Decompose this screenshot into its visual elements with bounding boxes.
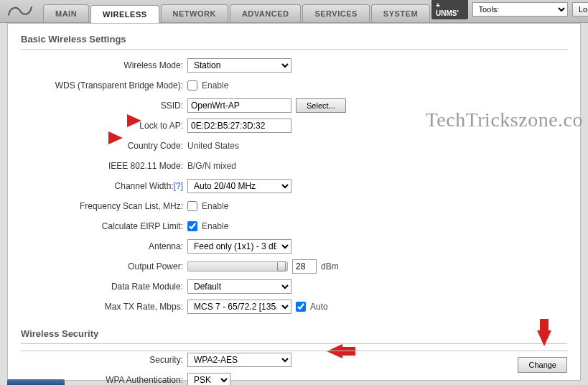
tab-services[interactable]: SERVICES	[302, 4, 369, 22]
label-output-power: Output Power:	[21, 261, 187, 272]
lock-ap-input[interactable]	[187, 119, 291, 133]
top-bar: MAIN WIRELESS NETWORK ADVANCED SERVICES …	[0, 0, 588, 23]
output-power-input[interactable]	[292, 259, 317, 274]
row-data-rate: Data Rate Module: Default	[21, 278, 567, 295]
section-basic-title: Basic Wireless Settings	[21, 31, 567, 50]
label-country: Country Code:	[21, 141, 187, 151]
taskbar-stub	[7, 379, 65, 385]
country-value: United States	[187, 141, 239, 151]
label-wireless-mode: Wireless Mode:	[21, 60, 187, 70]
channel-width-select[interactable]: Auto 20/40 MHz	[187, 179, 291, 193]
output-power-unit: dBm	[321, 261, 339, 272]
brand-logo	[6, 4, 34, 19]
wds-enable-checkbox[interactable]	[187, 80, 197, 91]
row-antenna: Antenna: Feed only (1x1) - 3 dBi	[21, 238, 567, 255]
change-button[interactable]: Change	[518, 357, 567, 373]
row-wds: WDS (Transparent Bridge Mode): Enable	[21, 77, 567, 94]
row-output-power: Output Power: dBm	[21, 258, 567, 275]
label-lock-ap: Lock to AP:	[21, 121, 187, 131]
row-country: Country Code: United States	[21, 137, 567, 154]
logout-button[interactable]: Logout	[572, 2, 588, 17]
content-panel: TechTrickszone.co Basic Wireless Setting…	[7, 23, 581, 381]
ssid-select-button[interactable]: Select...	[296, 98, 346, 113]
max-tx-select[interactable]: MCS 7 - 65/72.2 [135/15	[187, 300, 291, 314]
label-max-tx: Max TX Rate, Mbps:	[21, 302, 187, 312]
row-ieee: IEEE 802.11 Mode: B/G/N mixed	[21, 157, 567, 175]
tools-select[interactable]: Tools:	[472, 2, 568, 17]
label-ssid: SSID:	[21, 101, 187, 111]
wpa-auth-select[interactable]: PSK	[187, 373, 230, 385]
row-ssid: SSID: Select...	[21, 97, 567, 114]
label-freqscan: Frequency Scan List, MHz:	[21, 201, 187, 211]
row-freqscan: Frequency Scan List, MHz: Enable	[21, 198, 567, 215]
row-wireless-mode: Wireless Mode: Station	[21, 57, 567, 74]
eirp-enable-checkbox[interactable]	[187, 221, 197, 231]
output-power-slider[interactable]	[187, 261, 288, 272]
label-ieee: IEEE 802.11 Mode:	[21, 161, 187, 171]
row-eirp: Calculate EIRP Limit: Enable	[21, 218, 567, 235]
tab-main[interactable]: MAIN	[43, 4, 89, 22]
wireless-mode-select[interactable]: Station	[187, 58, 291, 73]
eirp-enable-label: Enable	[202, 221, 228, 231]
ssid-input[interactable]	[187, 98, 291, 113]
row-max-tx: Max TX Rate, Mbps: MCS 7 - 65/72.2 [135/…	[21, 298, 567, 315]
label-eirp: Calculate EIRP Limit:	[21, 221, 187, 231]
main-tabs: MAIN WIRELESS NETWORK ADVANCED SERVICES …	[43, 4, 431, 22]
max-tx-auto-label: Auto	[310, 302, 328, 312]
freqscan-enable-label: Enable	[202, 201, 228, 211]
data-rate-select[interactable]: Default	[187, 279, 291, 294]
antenna-select[interactable]: Feed only (1x1) - 3 dBi	[187, 239, 291, 254]
chwidth-help-icon[interactable]: [?]	[174, 181, 183, 191]
label-data-rate: Data Rate Module:	[21, 282, 187, 292]
row-lock-ap: Lock to AP:	[21, 117, 567, 134]
tab-system[interactable]: SYSTEM	[371, 4, 430, 22]
max-tx-auto-checkbox[interactable]	[296, 302, 306, 312]
ieee-value: B/G/N mixed	[187, 161, 236, 171]
panel-footer: Change	[21, 351, 567, 373]
freqscan-enable-checkbox[interactable]	[187, 201, 197, 211]
row-wpa-auth: WPA Authentication: PSK	[21, 371, 567, 385]
label-wds: WDS (Transparent Bridge Mode):	[21, 80, 187, 91]
wds-enable-label: Enable	[202, 80, 228, 91]
tab-advanced[interactable]: ADVANCED	[230, 4, 302, 22]
label-antenna: Antenna:	[21, 241, 187, 251]
unms-badge[interactable]: + UNMS'	[431, 0, 467, 19]
tab-wireless[interactable]: WIRELESS	[90, 5, 159, 23]
label-chwidth: Channel Width:[?]	[21, 181, 187, 191]
tab-network[interactable]: NETWORK	[161, 4, 228, 22]
section-security-title: Wireless Security	[21, 325, 567, 344]
top-right-controls: + UNMS' Tools: Logout	[431, 0, 588, 22]
row-chwidth: Channel Width:[?] Auto 20/40 MHz	[21, 177, 567, 195]
